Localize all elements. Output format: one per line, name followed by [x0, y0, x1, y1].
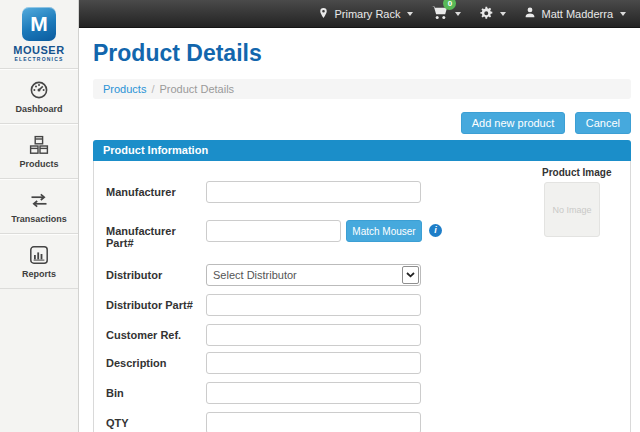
sidebar-item-label: Dashboard: [0, 104, 78, 114]
cart-icon: [431, 10, 448, 22]
product-image-placeholder: No Image: [544, 182, 600, 237]
mouser-logo-brand: MOUSER: [0, 44, 78, 56]
form-row-description: Description: [106, 352, 618, 374]
gear-icon: [479, 6, 493, 22]
distributor-select[interactable]: Select Distributor: [206, 264, 421, 286]
sidebar-item-label: Transactions: [0, 214, 78, 224]
sidebar: M MOUSER ELECTRONICS Dashboard Products …: [0, 0, 79, 432]
form-row-customer-ref: Customer Ref.: [106, 324, 618, 346]
main-content: Product Details Products/Product Details…: [79, 28, 640, 432]
bin-label: Bin: [106, 382, 206, 399]
product-image-section: Product Image No Image: [542, 167, 602, 237]
chevron-down-icon: [407, 12, 413, 16]
breadcrumb: Products/Product Details: [93, 79, 631, 99]
product-image-label: Product Image: [542, 167, 602, 178]
breadcrumb-separator: /: [151, 83, 154, 95]
page-actions: Add new product Cancel: [93, 112, 631, 134]
add-new-product-button[interactable]: Add new product: [461, 112, 566, 134]
panel-body: Manufacturer Manufacturer Part# Match Mo…: [93, 161, 631, 432]
distributor-select-value: Select Distributor: [207, 265, 420, 285]
sidebar-item-reports[interactable]: Reports: [0, 234, 78, 289]
mouser-logo-mark: M: [22, 7, 56, 41]
form-row-bin: Bin: [106, 382, 618, 404]
description-input[interactable]: [206, 352, 421, 374]
page-title: Product Details: [93, 40, 640, 67]
bin-input[interactable]: [206, 382, 421, 404]
cancel-button[interactable]: Cancel: [575, 112, 631, 134]
qty-input[interactable]: [206, 412, 421, 432]
manufacturer-part-label: Manufacturer Part#: [106, 220, 206, 249]
manufacturer-label: Manufacturer: [106, 181, 206, 198]
cart-badge: 0: [443, 0, 456, 10]
panel-title: Product Information: [93, 140, 631, 161]
user-menu[interactable]: Matt Madderra: [515, 0, 635, 27]
mouser-logo-subtitle: ELECTRONICS: [0, 56, 78, 62]
reports-chart-icon: [0, 245, 78, 265]
user-menu-label: Matt Madderra: [541, 8, 613, 20]
settings-menu[interactable]: [470, 0, 515, 27]
breadcrumb-link-products[interactable]: Products: [103, 83, 146, 95]
distributor-part-input[interactable]: [206, 294, 421, 316]
customer-ref-label: Customer Ref.: [106, 324, 206, 341]
sidebar-item-products[interactable]: Products: [0, 124, 78, 179]
chevron-down-icon: [402, 266, 419, 284]
form-row-distributor-part: Distributor Part#: [106, 294, 618, 316]
chevron-down-icon: [620, 12, 626, 16]
cart-menu[interactable]: 0: [422, 0, 470, 27]
qty-label: QTY: [106, 412, 206, 429]
form-row-distributor: Distributor Select Distributor: [106, 264, 618, 286]
product-information-panel: Product Information Manufacturer Manufac…: [93, 140, 631, 432]
dashboard-gauge-icon: [0, 80, 78, 100]
chevron-down-icon: [455, 12, 461, 16]
manufacturer-input[interactable]: [206, 181, 421, 203]
sidebar-item-transactions[interactable]: Transactions: [0, 179, 78, 234]
customer-ref-input[interactable]: [206, 324, 421, 346]
breadcrumb-current: Product Details: [159, 83, 234, 95]
user-icon: [524, 6, 536, 21]
info-icon[interactable]: i: [429, 224, 442, 237]
manufacturer-part-input[interactable]: [206, 220, 341, 242]
products-cubes-icon: [0, 135, 78, 155]
match-mouser-button[interactable]: Match Mouser: [346, 220, 422, 242]
distributor-part-label: Distributor Part#: [106, 294, 206, 311]
mouser-logo: M MOUSER ELECTRONICS: [0, 0, 78, 69]
form-row-qty: QTY: [106, 412, 618, 432]
location-pin-icon: [318, 6, 329, 22]
rack-selector-menu[interactable]: Primary Rack: [309, 0, 422, 27]
transactions-arrows-icon: [0, 190, 78, 210]
sidebar-item-label: Reports: [0, 269, 78, 279]
description-label: Description: [106, 352, 206, 369]
sidebar-item-label: Products: [0, 159, 78, 169]
rack-selector-label: Primary Rack: [334, 8, 400, 20]
sidebar-item-dashboard[interactable]: Dashboard: [0, 69, 78, 124]
distributor-label: Distributor: [106, 264, 206, 281]
top-navbar: Primary Rack 0 Matt Madderra: [79, 0, 640, 28]
chevron-down-icon: [500, 12, 506, 16]
